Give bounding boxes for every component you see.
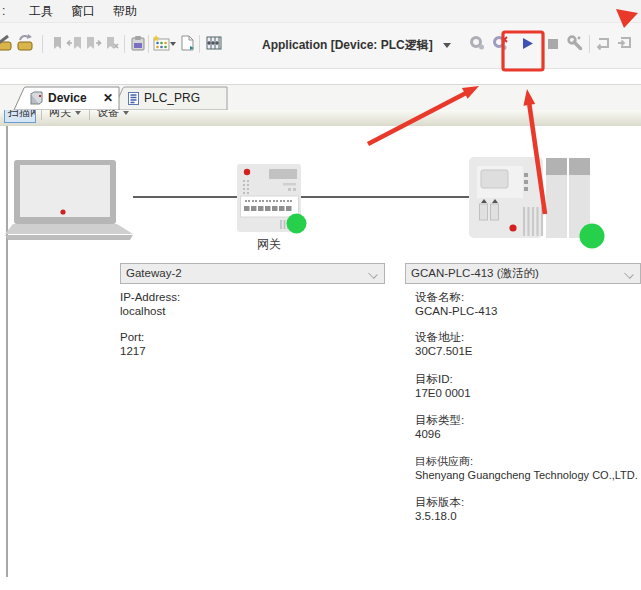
field-label: 设备名称: xyxy=(415,291,497,305)
menu-item-window[interactable]: 窗口 xyxy=(62,1,104,22)
gateway-status-indicator xyxy=(287,214,307,234)
gateway-menu-label: 网关 xyxy=(49,110,71,118)
chevron-down-icon xyxy=(75,111,81,115)
gateway-graphic xyxy=(237,164,307,234)
step-into-icon[interactable] xyxy=(616,34,634,52)
gateway-select-value: Gateway-2 xyxy=(126,267,182,279)
menu-bar: : 工具 窗口 帮助 xyxy=(0,0,641,22)
menu-clipped-fragment: : xyxy=(2,4,20,18)
field-value: localhost xyxy=(120,305,180,319)
tab-device[interactable]: Device xyxy=(48,91,87,105)
toolbar-separator xyxy=(89,110,90,120)
step-over-icon[interactable] xyxy=(595,34,613,52)
gateway-select[interactable]: Gateway-2 xyxy=(120,263,385,284)
pc-graphic xyxy=(5,160,133,240)
multiple-download-icon[interactable] xyxy=(129,34,147,52)
chevron-down-icon xyxy=(443,43,451,48)
device-field: 目标ID: 17E0 0001 xyxy=(415,373,471,400)
new-file-icon[interactable] xyxy=(178,34,196,52)
chevron-down-icon xyxy=(624,269,634,279)
generate-code-icon[interactable] xyxy=(16,34,34,52)
device-menu-label: 设备 xyxy=(97,110,119,118)
wrench-icon[interactable] xyxy=(566,34,584,52)
toolbar-separator xyxy=(589,35,590,53)
scan-network-button[interactable]: 扫描网络 xyxy=(4,110,36,123)
field-value: 4096 xyxy=(415,428,464,442)
add-object-icon[interactable] xyxy=(153,34,177,52)
field-value: 1217 xyxy=(120,345,146,359)
field-value: Shenyang Guangcheng Technology CO.,LTD. xyxy=(415,469,638,483)
device-field: 目标供应商: Shenyang Guangcheng Technology CO… xyxy=(415,455,638,482)
toolbar-separator xyxy=(42,35,43,53)
bookmark-toggle-icon[interactable] xyxy=(48,34,66,52)
device-tab-icon xyxy=(29,91,43,106)
toolbar-separator xyxy=(148,35,149,53)
field-label: 目标供应商: xyxy=(415,455,638,469)
build-icon[interactable] xyxy=(0,34,13,52)
field-label: 目标类型: xyxy=(415,414,464,428)
device-menu-button[interactable]: 设备 xyxy=(94,110,132,122)
gateway-field: IP-Address: localhost xyxy=(120,291,180,318)
gateway-label: 网关 xyxy=(237,236,301,253)
stop-icon[interactable] xyxy=(544,34,562,52)
gateway-menu-button[interactable]: 网关 xyxy=(46,110,84,122)
toolbar-separator xyxy=(41,110,42,120)
field-label: 设备地址: xyxy=(415,331,473,345)
batch-edit-icon[interactable] xyxy=(205,34,223,52)
page-toolbar-band: 扫描网络 网关 设备 xyxy=(0,110,641,127)
gateway-field: Port: 1217 xyxy=(120,331,146,358)
field-label: IP-Address: xyxy=(120,291,180,305)
field-value: 30C7.501E xyxy=(415,345,473,359)
application-selector-label: Application [Device: PLC逻辑] xyxy=(262,37,433,54)
network-topology-graphic xyxy=(0,140,641,265)
field-value: 17E0 0001 xyxy=(415,387,471,401)
field-label: 目标版本: xyxy=(415,496,464,510)
plc-prg-tab-icon xyxy=(127,91,140,106)
bookmark-previous-icon[interactable] xyxy=(66,34,84,52)
document-tab-bar: Device ✕ PLC_PRG xyxy=(0,84,641,111)
bookmark-next-icon[interactable] xyxy=(84,34,102,52)
plc-status-indicator xyxy=(580,224,605,249)
field-label: Port: xyxy=(120,331,146,345)
device-field: 设备地址: 30C7.501E xyxy=(415,331,473,358)
field-label: 目标ID: xyxy=(415,373,471,387)
menu-item-tools[interactable]: 工具 xyxy=(20,1,62,22)
device-field: 目标版本: 3.5.18.0 xyxy=(415,496,464,523)
toolbar-separator xyxy=(124,35,125,53)
device-select-value: GCAN-PLC-413 (激活的) xyxy=(411,267,539,279)
chevron-down-icon xyxy=(368,269,378,279)
chevron-down-icon xyxy=(123,111,129,115)
menu-item-help[interactable]: 帮助 xyxy=(104,1,146,22)
tab-close-icon[interactable]: ✕ xyxy=(103,91,113,105)
device-field: 目标类型: 4096 xyxy=(415,414,464,441)
application-selector[interactable]: Application [Device: PLC逻辑] xyxy=(262,36,451,54)
main-toolbar: Application [Device: PLC逻辑] xyxy=(0,22,641,69)
logout-icon[interactable] xyxy=(491,34,509,52)
login-icon[interactable] xyxy=(468,34,486,52)
device-field: 设备名称: GCAN-PLC-413 xyxy=(415,291,497,318)
start-icon[interactable] xyxy=(518,34,536,52)
field-value: 3.5.18.0 xyxy=(415,510,464,524)
bookmark-clear-icon[interactable] xyxy=(102,34,120,52)
field-value: GCAN-PLC-413 xyxy=(415,305,497,319)
tab-plc-prg[interactable]: PLC_PRG xyxy=(144,91,200,105)
toolbar-separator xyxy=(199,35,200,53)
plc-graphic xyxy=(469,157,605,249)
device-select[interactable]: GCAN-PLC-413 (激活的) xyxy=(405,263,641,284)
